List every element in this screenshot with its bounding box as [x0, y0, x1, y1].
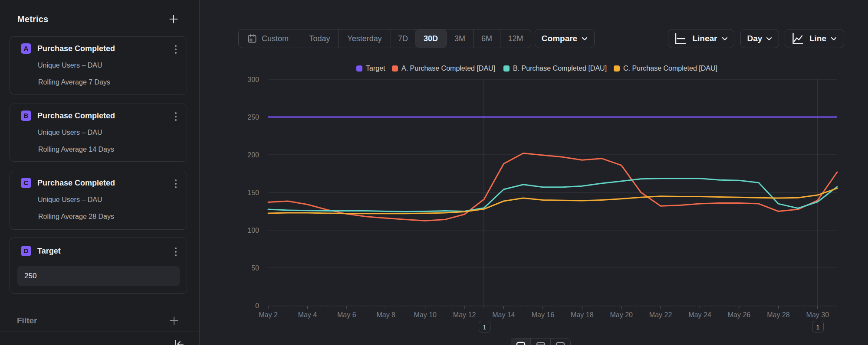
svg-text:May 2: May 2: [259, 311, 278, 319]
svg-text:150: 150: [247, 189, 259, 196]
svg-text:May 12: May 12: [453, 311, 476, 319]
svg-text:50: 50: [251, 264, 259, 272]
svg-text:May 28: May 28: [767, 311, 790, 319]
svg-text:May 6: May 6: [337, 311, 356, 319]
svg-text:May 16: May 16: [532, 311, 555, 319]
svg-text:May 26: May 26: [728, 311, 751, 319]
svg-text:0: 0: [255, 302, 259, 309]
svg-text:May 20: May 20: [610, 311, 633, 319]
svg-text:May 10: May 10: [414, 311, 437, 319]
svg-text:May 24: May 24: [688, 311, 711, 319]
svg-text:250: 250: [247, 114, 259, 121]
svg-text:May 14: May 14: [492, 311, 515, 319]
svg-text:May 4: May 4: [298, 311, 317, 319]
svg-text:May 22: May 22: [649, 311, 672, 319]
svg-text:200: 200: [247, 151, 259, 159]
svg-text:May 8: May 8: [376, 311, 395, 319]
svg-text:100: 100: [247, 227, 259, 234]
svg-text:May 30: May 30: [806, 311, 829, 319]
svg-text:300: 300: [247, 76, 259, 83]
svg-text:May 18: May 18: [571, 311, 594, 319]
